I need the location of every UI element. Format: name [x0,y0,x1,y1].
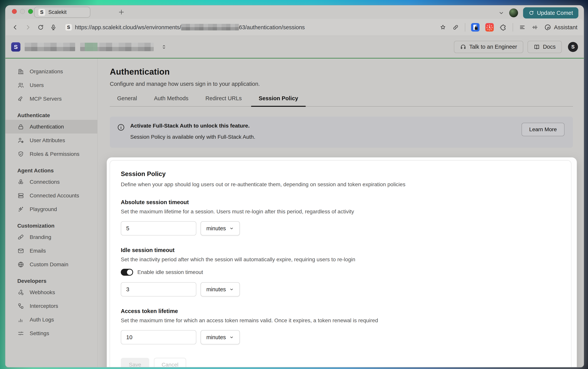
traffic-lights [12,9,33,14]
new-tab-button[interactable] [118,9,125,16]
sidebar-item-mcp-servers[interactable]: MCP Servers [5,92,97,106]
session-policy-description: Define when your app should log users ou… [121,181,559,188]
sidebar-item-settings[interactable]: Settings [5,327,97,340]
access-token-input[interactable] [121,330,196,344]
sidebar-item-label: Interceptors [30,303,58,309]
server-stack-icon [17,192,24,199]
absolute-timeout-unit-select[interactable]: minutes [200,221,240,236]
url-favicon: S [65,24,72,30]
red-extension-icon[interactable] [485,23,494,31]
sidebar-item-label: Custom Domain [30,261,68,268]
sidebar-item-interceptors[interactable]: Interceptors [5,299,97,313]
talk-to-engineer-button[interactable]: Talk to an Engineer [454,41,523,53]
sidebar-item-users[interactable]: Users [5,78,97,92]
page-title: Authentication [110,67,573,77]
lock-icon [17,123,24,130]
access-token-unit-select[interactable]: minutes [200,330,240,344]
assistant-label: Assistant [554,24,578,30]
users-icon [17,82,24,89]
browser-tab[interactable]: S Scalekit [34,7,90,18]
reload-icon[interactable] [37,24,44,31]
idle-timeout-unit-select[interactable]: minutes [200,282,240,297]
bar-chart-icon [17,316,24,323]
absolute-timeout-description: Set the maximum lifetime for a session. … [121,209,559,215]
learn-more-button[interactable]: Learn More [522,123,565,136]
bookmark-star-icon[interactable] [440,24,446,31]
sidebar-item-label: MCP Servers [30,96,62,102]
assistant-spiral-icon [544,24,551,31]
cancel-button[interactable]: Cancel [154,358,186,367]
docs-button[interactable]: Docs [527,41,562,53]
update-comet-label: Update Comet [537,10,573,16]
workspace-switcher-chevrons-icon[interactable] [161,44,167,50]
sidebar-item-label: Settings [30,330,49,337]
sidebar-item-label: Playground [30,206,57,212]
sidebar-item-label: Emails [30,248,46,254]
sidebar-item-organizations[interactable]: Organizations [5,65,97,78]
back-icon[interactable] [12,24,19,31]
sidebar-item-emails[interactable]: Emails [5,244,97,258]
save-button[interactable]: Save [121,358,149,367]
tab-overflow-chevron-icon[interactable] [498,10,504,16]
sidebar-item-auth-logs[interactable]: Auth Logs [5,313,97,327]
cubes-icon [17,179,24,185]
sidebar-item-branding[interactable]: Branding [5,230,97,244]
sidebar-item-connected-accounts[interactable]: Connected Accounts [5,189,97,202]
browser-profile-avatar[interactable] [509,9,518,17]
environment-name-redacted [80,43,154,51]
absolute-timeout-field: Absolute session timeout Set the maximum… [121,199,559,236]
password-manager-extension-icon[interactable] [471,23,480,31]
unit-select-value: minutes [206,334,226,340]
toolbar-divider [465,23,465,31]
idle-timeout-field: Idle session timeout Set the inactivity … [121,247,559,297]
sidebar-item-roles-permissions[interactable]: Roles & Permissions [5,147,97,161]
sidebar-section-customization: Customization [17,223,97,228]
sliders-icon [17,330,24,337]
close-window-button[interactable] [12,9,17,14]
sidebar-section-agent-actions: Agent Actions [17,168,97,173]
headphones-icon [460,44,466,50]
address-bar[interactable]: S https://app.scalekit.cloud/ws/environm… [65,24,434,30]
absolute-timeout-input[interactable] [121,221,196,236]
sidebar-item-webhooks[interactable]: Webhooks [5,286,97,299]
session-policy-card: Session Policy Define when your app shou… [107,157,577,367]
sidebar-item-connections[interactable]: Connections [5,175,97,189]
microphone-icon[interactable] [50,24,57,31]
absolute-timeout-label: Absolute session timeout [121,199,559,205]
sidebar-item-label: Branding [30,234,51,240]
assistant-button[interactable]: Assistant [544,24,578,31]
minimize-window-button[interactable] [20,9,25,14]
sidebar-item-user-attributes[interactable]: User Attributes [5,133,97,147]
voice-waveform-icon[interactable] [532,24,538,31]
copy-link-icon[interactable] [452,24,459,31]
zoom-window-button[interactable] [28,9,33,14]
tab-redirect-urls[interactable]: Redirect URLs [205,95,242,106]
user-attributes-icon [17,137,24,144]
tab-auth-methods[interactable]: Auth Methods [154,95,189,106]
sidebar-item-playground[interactable]: Playground [5,202,97,216]
sidebar-item-custom-domain[interactable]: Custom Domain [5,258,97,271]
forward-icon[interactable] [24,24,32,31]
fullstack-auth-banner: Activate Full-Stack Auth to unlock this … [110,117,573,148]
app-header: S Talk to an Engineer Docs S [5,36,584,58]
sidebar-item-authentication[interactable]: Authentication [5,120,97,133]
menu-icon[interactable] [519,24,526,31]
sidebar-item-label: Auth Logs [30,317,54,323]
user-avatar[interactable]: S [568,42,578,52]
idle-timeout-input[interactable] [121,282,196,297]
access-token-description: Set the maximum time for which an access… [121,318,559,324]
sidebar-section-developers: Developers [17,279,97,284]
tab-title: Scalekit [48,9,67,15]
refresh-icon [528,10,534,16]
workspace-name-redacted [25,43,75,51]
extensions-puzzle-icon[interactable] [500,24,507,31]
browser-toolbar: S https://app.scalekit.cloud/ws/environm… [6,19,583,36]
sidebar-item-label: Roles & Permissions [30,151,79,157]
mcp-servers-icon [17,95,24,102]
idle-timeout-toggle[interactable] [121,269,133,276]
sparkles-icon [17,206,24,213]
tab-session-policy[interactable]: Session Policy [259,95,298,106]
tab-general[interactable]: General [117,95,137,106]
sidebar-item-label: Connected Accounts [30,193,79,199]
update-comet-button[interactable]: Update Comet [523,7,578,19]
